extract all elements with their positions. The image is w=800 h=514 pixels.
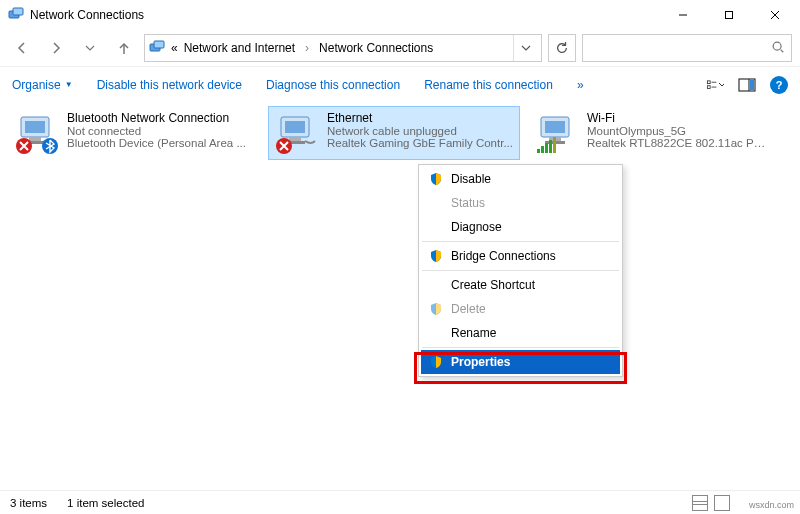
svg-line-10	[781, 49, 784, 52]
svg-rect-8	[154, 41, 164, 48]
details-view-icon[interactable]	[692, 495, 708, 511]
svg-rect-1	[13, 8, 23, 15]
breadcrumb-part[interactable]: Network and Internet	[184, 41, 295, 55]
view-options-icon[interactable]	[706, 76, 724, 94]
svg-rect-3	[726, 12, 733, 19]
rename-connection-button[interactable]: Rename this connection	[424, 78, 553, 92]
status-item-count: 3 items	[10, 497, 47, 509]
error-overlay-icon	[275, 137, 293, 155]
large-icons-view-icon[interactable]	[714, 495, 730, 511]
address-bar[interactable]: « Network and Internet › Network Connect…	[144, 34, 542, 62]
svg-rect-25	[285, 121, 305, 133]
menu-separator	[422, 347, 619, 348]
search-icon	[771, 40, 785, 57]
toolbar-overflow[interactable]: »	[577, 78, 584, 92]
menu-bridge[interactable]: Bridge Connections	[421, 244, 620, 268]
watermark: wsxdn.com	[749, 500, 794, 510]
adapter-icon	[535, 111, 579, 155]
connection-detail: Realtek RTL8822CE 802.11ac PCIe ...	[587, 137, 773, 149]
menu-create-shortcut[interactable]: Create Shortcut	[421, 273, 620, 297]
svg-rect-19	[25, 121, 45, 133]
connection-detail: Bluetooth Device (Personal Area ...	[67, 137, 246, 149]
minimize-button[interactable]	[660, 0, 706, 30]
breadcrumb-part[interactable]: Network Connections	[319, 41, 433, 55]
svg-rect-30	[545, 121, 565, 133]
preview-pane-icon[interactable]	[738, 76, 756, 94]
connection-status: MountOlympus_5G	[587, 125, 773, 137]
connection-status: Not connected	[67, 125, 246, 137]
shield-icon	[429, 355, 443, 369]
menu-properties[interactable]: Properties	[421, 350, 620, 374]
recent-dropdown[interactable]	[76, 34, 104, 62]
organise-menu[interactable]: Organise▼	[12, 78, 73, 92]
connection-tile-ethernet[interactable]: Ethernet Network cable unplugged Realtek…	[268, 106, 520, 160]
shield-icon	[429, 172, 443, 186]
connection-detail: Realtek Gaming GbE Family Contr...	[327, 137, 513, 149]
breadcrumb-prefix: «	[171, 41, 178, 55]
signal-overlay-icon	[537, 137, 556, 153]
svg-rect-12	[707, 85, 710, 88]
window-title: Network Connections	[30, 8, 144, 22]
menu-rename[interactable]: Rename	[421, 321, 620, 345]
breadcrumb-separator: ›	[301, 41, 313, 55]
adapter-icon	[275, 111, 319, 155]
svg-rect-17	[750, 80, 754, 90]
svg-point-9	[773, 42, 781, 50]
forward-button[interactable]	[42, 34, 70, 62]
connection-name: Wi-Fi	[587, 111, 773, 125]
menu-diagnose[interactable]: Diagnose	[421, 215, 620, 239]
connection-status: Network cable unplugged	[327, 125, 513, 137]
back-button[interactable]	[8, 34, 36, 62]
adapter-icon	[15, 111, 59, 155]
menu-separator	[422, 270, 619, 271]
menu-status: Status	[421, 191, 620, 215]
location-icon	[149, 40, 165, 56]
connection-tile-bluetooth[interactable]: Bluetooth Network Connection Not connect…	[8, 106, 260, 160]
svg-rect-11	[707, 80, 710, 83]
address-dropdown[interactable]	[513, 35, 537, 61]
disable-device-button[interactable]: Disable this network device	[97, 78, 242, 92]
menu-separator	[422, 241, 619, 242]
error-overlay-icon	[15, 137, 33, 155]
maximize-button[interactable]	[706, 0, 752, 30]
bluetooth-overlay-icon	[41, 137, 59, 155]
close-button[interactable]	[752, 0, 798, 30]
shield-icon	[429, 249, 443, 263]
search-input[interactable]	[582, 34, 792, 62]
context-menu: Disable Status Diagnose Bridge Connectio…	[418, 164, 623, 377]
help-icon[interactable]: ?	[770, 76, 788, 94]
up-button[interactable]	[110, 34, 138, 62]
status-selected-count: 1 item selected	[67, 497, 144, 509]
shield-icon	[429, 302, 443, 316]
menu-delete: Delete	[421, 297, 620, 321]
window-icon	[8, 7, 24, 23]
connection-tile-wifi[interactable]: Wi-Fi MountOlympus_5G Realtek RTL8822CE …	[528, 106, 780, 160]
connection-name: Ethernet	[327, 111, 513, 125]
diagnose-connection-button[interactable]: Diagnose this connection	[266, 78, 400, 92]
refresh-button[interactable]	[548, 34, 576, 62]
connection-name: Bluetooth Network Connection	[67, 111, 246, 125]
menu-disable[interactable]: Disable	[421, 167, 620, 191]
